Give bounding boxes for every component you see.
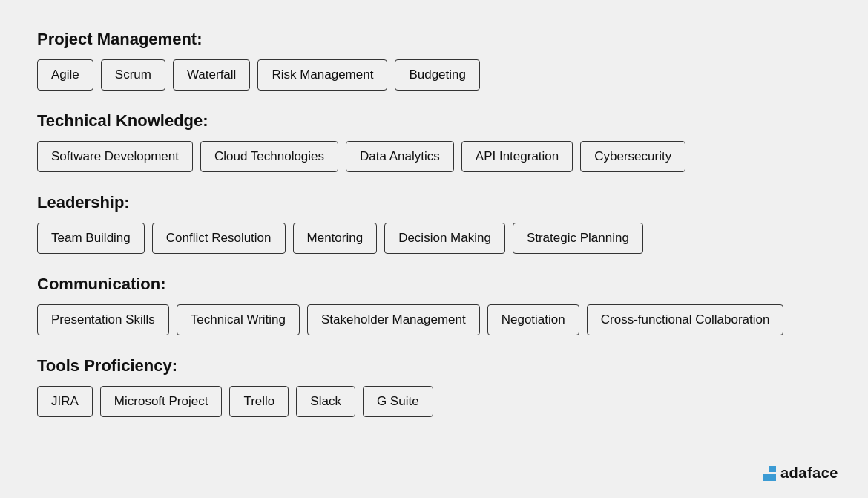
tag-team-building[interactable]: Team Building [37, 223, 145, 254]
tag-budgeting[interactable]: Budgeting [395, 59, 480, 91]
section-title-tools-proficiency: Tools Proficiency: [37, 356, 831, 376]
section-tools-proficiency: Tools Proficiency:JIRAMicrosoft ProjectT… [37, 356, 831, 417]
tags-project-management: AgileScrumWaterfallRisk ManagementBudget… [37, 59, 831, 91]
tag-microsoft-project[interactable]: Microsoft Project [100, 386, 223, 417]
section-technical-knowledge: Technical Knowledge:Software Development… [37, 111, 831, 172]
logo-icon [763, 466, 776, 481]
tag-waterfall[interactable]: Waterfall [173, 59, 250, 91]
section-title-technical-knowledge: Technical Knowledge: [37, 111, 831, 131]
tag-mentoring[interactable]: Mentoring [293, 223, 378, 254]
section-communication: Communication:Presentation SkillsTechnic… [37, 275, 831, 335]
tag-negotiation[interactable]: Negotiation [487, 304, 579, 335]
logo: adaface [763, 465, 838, 482]
logo-text: adaface [780, 465, 838, 482]
tag-software-development[interactable]: Software Development [37, 141, 193, 172]
tag-decision-making[interactable]: Decision Making [384, 223, 505, 254]
tags-tools-proficiency: JIRAMicrosoft ProjectTrelloSlackG Suite [37, 386, 831, 417]
tags-leadership: Team BuildingConflict ResolutionMentorin… [37, 223, 831, 254]
tag-g-suite[interactable]: G Suite [363, 386, 433, 417]
section-title-project-management: Project Management: [37, 30, 831, 49]
tags-communication: Presentation SkillsTechnical WritingStak… [37, 304, 831, 335]
tag-cross-functional-collaboration[interactable]: Cross-functional Collaboration [587, 304, 784, 335]
tag-scrum[interactable]: Scrum [101, 59, 165, 91]
section-title-leadership: Leadership: [37, 193, 831, 212]
tag-risk-management[interactable]: Risk Management [257, 59, 387, 91]
tag-technical-writing[interactable]: Technical Writing [177, 304, 300, 335]
tag-conflict-resolution[interactable]: Conflict Resolution [152, 223, 286, 254]
tag-strategic-planning[interactable]: Strategic Planning [513, 223, 643, 254]
section-leadership: Leadership:Team BuildingConflict Resolut… [37, 193, 831, 254]
tag-presentation-skills[interactable]: Presentation Skills [37, 304, 169, 335]
tag-data-analytics[interactable]: Data Analytics [346, 141, 454, 172]
section-project-management: Project Management:AgileScrumWaterfallRi… [37, 30, 831, 91]
tags-technical-knowledge: Software DevelopmentCloud TechnologiesDa… [37, 141, 831, 172]
tag-trello[interactable]: Trello [229, 386, 289, 417]
tag-slack[interactable]: Slack [296, 386, 355, 417]
tag-cybersecurity[interactable]: Cybersecurity [580, 141, 685, 172]
tag-cloud-technologies[interactable]: Cloud Technologies [200, 141, 338, 172]
tag-jira[interactable]: JIRA [37, 386, 93, 417]
tag-stakeholder-management[interactable]: Stakeholder Management [307, 304, 480, 335]
tag-agile[interactable]: Agile [37, 59, 93, 91]
section-title-communication: Communication: [37, 275, 831, 294]
tag-api-integration[interactable]: API Integration [461, 141, 573, 172]
